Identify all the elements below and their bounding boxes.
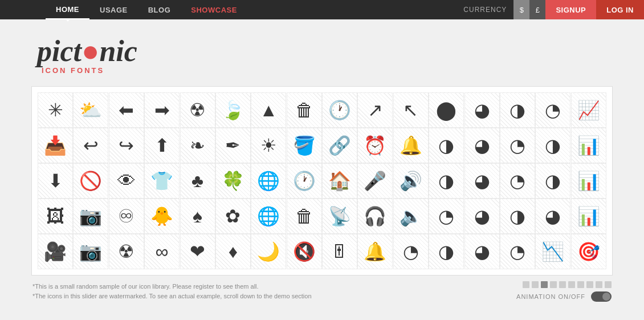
icon-camera2: 📷 xyxy=(73,234,108,269)
animation-label: ANIMATION ON/OFF xyxy=(516,293,585,300)
icon-grid: ✳ ⛅ ⬅ ➡ ☢ 🍃 ▲ 🗑 🕐 ↗ ↖ ⬤ ◕ ◑ ◔ 📈 📥 ↩ ↪ ⬆ … xyxy=(38,92,606,269)
slider-dot-3[interactable] xyxy=(541,281,548,288)
slider-dot-7[interactable] xyxy=(577,281,584,288)
icon-pie-r4: ◑ xyxy=(535,128,570,163)
icon-flower: ✿ xyxy=(215,199,251,234)
icon-pie-u1: ◔ xyxy=(393,234,429,269)
footer-controls: ANIMATION ON/OFF xyxy=(516,281,612,302)
icon-diamond: ♦ xyxy=(215,234,251,269)
icon-bell2: 🔔 xyxy=(357,234,393,269)
icon-club: ♣ xyxy=(180,163,215,199)
icon-mic: 🎤 xyxy=(357,163,393,199)
icon-pie-t1: ◔ xyxy=(429,199,464,234)
nav-home[interactable]: HOME xyxy=(46,0,89,19)
nav-links: HOME USAGE BLOG SHOWCASE xyxy=(46,0,456,19)
icon-pie-r1: ◑ xyxy=(429,128,464,163)
icon-asterisk: ✳ xyxy=(38,92,73,128)
icon-target: 🎯 xyxy=(571,234,606,269)
icon-login: ↩ xyxy=(73,128,108,163)
icon-grid-container: ✳ ⛅ ⬅ ➡ ☢ 🍃 ▲ 🗑 🕐 ↗ ↖ ⬤ ◕ ◑ ◔ 📈 📥 ↩ ↪ ⬆ … xyxy=(31,86,613,276)
logo-dot: ● xyxy=(81,35,99,67)
icon-eye: 👁 xyxy=(109,163,144,199)
icon-upload: ⬆ xyxy=(144,128,180,163)
icon-clock: 🕐 xyxy=(322,92,357,128)
icon-headphones: 🎧 xyxy=(357,199,393,234)
icon-radiation2: ☢ xyxy=(109,234,144,269)
signup-button[interactable]: SIGNUP xyxy=(545,0,596,19)
icon-pie-u3: ◕ xyxy=(464,234,500,269)
icon-feather: ✒ xyxy=(215,128,251,163)
slider-dot-6[interactable] xyxy=(568,281,575,288)
icon-pie-u2: ◑ xyxy=(429,234,464,269)
slider-dot-9[interactable] xyxy=(596,281,602,288)
icon-mute: 🔇 xyxy=(287,234,322,269)
icon-home: 🏠 xyxy=(322,163,357,199)
icon-alarm: ⏰ xyxy=(357,128,393,163)
icon-inbox: 📥 xyxy=(38,128,73,163)
icon-pie-r2: ◕ xyxy=(464,128,500,163)
main-content: pict●nic ICON FONTS ✳ ⛅ ⬅ ➡ ☢ 🍃 ▲ 🗑 🕐 ↗ … xyxy=(20,19,624,313)
slider-dot-4[interactable] xyxy=(550,281,557,288)
login-button[interactable]: LOG IN xyxy=(596,0,644,19)
icon-pie-t4: ◕ xyxy=(535,199,570,234)
icon-pie-t3: ◑ xyxy=(500,199,535,234)
icon-line-chart2: 📉 xyxy=(535,234,570,269)
nav-right: CURRENCY $ £ SIGNUP LOG IN xyxy=(456,0,644,19)
icon-speaker: 🔊 xyxy=(393,163,429,199)
nav-blog[interactable]: BLOG xyxy=(138,0,181,19)
slider-dot-1[interactable] xyxy=(523,281,529,288)
animation-toggle-switch[interactable] xyxy=(591,291,612,302)
icon-clover: 🍀 xyxy=(215,163,251,199)
icon-infinity: ♾ xyxy=(109,199,144,234)
icon-duck: 🐥 xyxy=(144,199,180,234)
slider-dot-2[interactable] xyxy=(532,281,539,288)
icon-trash2: 🗑 xyxy=(287,199,322,234)
icon-infinity2: ∞ xyxy=(144,234,180,269)
icon-bar-chart2: 📊 xyxy=(571,163,606,199)
icon-pie-half: ◑ xyxy=(500,92,535,128)
icon-link: 🔗 xyxy=(322,128,357,163)
icon-bar-chart3: 📊 xyxy=(571,199,606,234)
icon-bar-chart: 📊 xyxy=(571,128,606,163)
footer-info: *This is a small random sample of our ic… xyxy=(31,281,613,302)
icon-leaf: 🍃 xyxy=(215,92,251,128)
icon-globe: 🌐 xyxy=(251,163,286,199)
icon-volume-low: 🔈 xyxy=(393,199,429,234)
icon-chart-line: 📈 xyxy=(571,92,606,128)
icon-bell: 🔔 xyxy=(393,128,429,163)
currency-label: CURRENCY xyxy=(456,6,513,14)
slider-dot-10[interactable] xyxy=(605,281,612,288)
icon-pie-1q: ◔ xyxy=(535,92,570,128)
logo-area: pict●nic ICON FONTS xyxy=(31,37,613,75)
slider-dot-8[interactable] xyxy=(586,281,593,288)
icon-pie-r3: ◔ xyxy=(500,128,535,163)
icon-pie-full: ⬤ xyxy=(429,92,464,128)
icon-pie-u4: ◔ xyxy=(500,234,535,269)
logo-subtitle: ICON FONTS xyxy=(37,66,613,75)
icon-pie-s1: ◑ xyxy=(429,163,464,199)
icon-video: 🎥 xyxy=(38,234,73,269)
logo-text: pict●nic xyxy=(37,37,613,66)
icon-spade: ♠ xyxy=(180,199,215,234)
nav-usage[interactable]: USAGE xyxy=(89,0,138,19)
currency-dollar-btn[interactable]: $ xyxy=(513,0,529,19)
icon-clock2: 🕐 xyxy=(287,163,322,199)
icon-heart: ❤ xyxy=(180,234,215,269)
icon-external: ↗ xyxy=(357,92,393,128)
nav-showcase[interactable]: SHOWCASE xyxy=(181,0,247,19)
footer-note1: *This is a small random sample of our ic… xyxy=(32,282,312,292)
icon-camera: 📷 xyxy=(73,199,108,234)
icon-arrow-left: ⬅ xyxy=(109,92,144,128)
icon-bucket: 🪣 xyxy=(287,128,322,163)
navbar: HOME USAGE BLOG SHOWCASE CURRENCY $ £ SI… xyxy=(0,0,644,19)
icon-equalizer: 🎚 xyxy=(322,234,357,269)
icon-pie-t2: ◕ xyxy=(464,199,500,234)
footer-note2: *The icons in this slider are watermarke… xyxy=(32,291,312,302)
currency-pound-btn[interactable]: £ xyxy=(529,0,545,19)
slider-dots xyxy=(523,281,612,288)
icon-no-eye: 🚫 xyxy=(73,163,108,199)
icon-radiation: ☢ xyxy=(180,92,215,128)
icon-trash: 🗑 xyxy=(287,92,322,128)
icon-arrow-right: ➡ xyxy=(144,92,180,128)
slider-dot-5[interactable] xyxy=(559,281,566,288)
